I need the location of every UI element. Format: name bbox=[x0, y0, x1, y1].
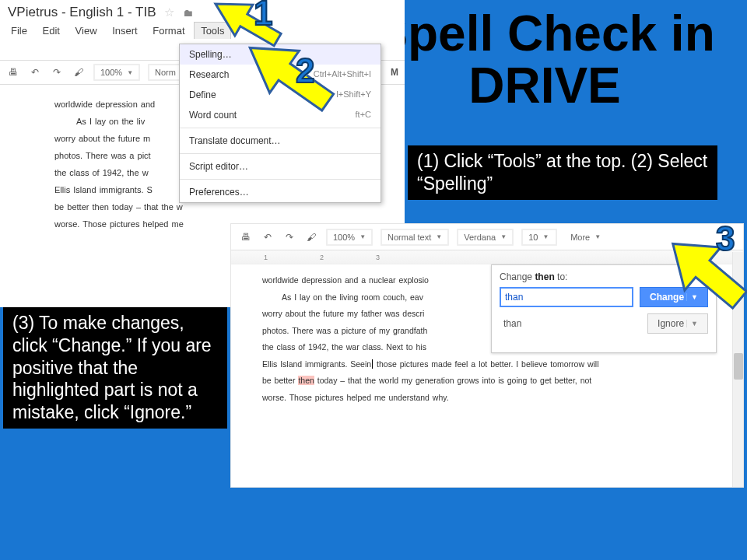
toolbar: 🖶 ↶ ↷ 🖌 100%▼ Normal text▼ Verdana▼ 10▼ … bbox=[231, 224, 743, 250]
paint-format-icon[interactable]: 🖌 bbox=[304, 230, 318, 244]
more-button[interactable]: M bbox=[391, 67, 398, 78]
style-select[interactable]: Norm bbox=[148, 64, 183, 81]
spellcheck-input[interactable] bbox=[500, 287, 633, 307]
ruler-tick: 1 bbox=[264, 254, 268, 261]
style-select[interactable]: Normal text▼ bbox=[381, 229, 449, 246]
menu-format[interactable]: Format bbox=[146, 23, 191, 39]
print-icon[interactable]: 🖶 bbox=[6, 65, 20, 79]
callout-arrow-3 bbox=[668, 221, 747, 333]
zoom-select[interactable]: 100%▼ bbox=[326, 229, 373, 246]
star-icon[interactable]: ☆ bbox=[164, 5, 174, 19]
slide-title: Spell Check in DRIVE bbox=[374, 8, 716, 112]
instruction-step-3: (3) To make changes, click “Change.” If … bbox=[3, 307, 227, 429]
callout-label-3: 3 bbox=[716, 219, 735, 258]
zoom-select[interactable]: 100%▼ bbox=[93, 64, 140, 81]
svg-marker-1 bbox=[235, 26, 342, 123]
menu-edit[interactable]: Edit bbox=[37, 23, 66, 39]
undo-icon[interactable]: ↶ bbox=[28, 65, 42, 79]
callout-label-2: 2 bbox=[296, 51, 314, 90]
menu-view[interactable]: View bbox=[69, 23, 103, 39]
print-icon[interactable]: 🖶 bbox=[239, 230, 253, 244]
callout-arrow-2 bbox=[235, 33, 344, 121]
text-cursor bbox=[372, 359, 373, 369]
callout-label-1: 1 bbox=[254, 0, 272, 33]
menu-item-translate[interactable]: Translate document… bbox=[180, 131, 381, 151]
doc-title-bar: VPietrus - English 1 - TIB ☆ 🖿 bbox=[0, 0, 405, 22]
spellcheck-suggestion[interactable]: than bbox=[500, 315, 641, 332]
more-button[interactable]: More▼ bbox=[565, 229, 606, 246]
ruler-tick: 3 bbox=[376, 254, 380, 261]
redo-icon[interactable]: ↷ bbox=[50, 65, 64, 79]
ruler-tick: 2 bbox=[320, 254, 324, 261]
docs-screenshot-spellcheck: 🖶 ↶ ↷ 🖌 100%▼ Normal text▼ Verdana▼ 10▼ … bbox=[230, 223, 744, 488]
redo-icon[interactable]: ↷ bbox=[282, 230, 296, 244]
instruction-step-1-2: (1) Click “Tools” at the top. (2) Select… bbox=[408, 145, 717, 200]
spellcheck-highlight: then bbox=[298, 376, 314, 385]
undo-icon[interactable]: ↶ bbox=[261, 230, 275, 244]
font-select[interactable]: Verdana▼ bbox=[457, 229, 514, 246]
menu-item-preferences[interactable]: Preferences… bbox=[180, 182, 381, 202]
scrollbar-thumb[interactable] bbox=[734, 353, 743, 380]
menu-separator bbox=[180, 153, 381, 154]
fontsize-select[interactable]: 10▼ bbox=[521, 229, 557, 246]
folder-icon[interactable]: 🖿 bbox=[183, 7, 193, 19]
menu-insert[interactable]: Insert bbox=[106, 23, 144, 39]
menu-separator bbox=[180, 128, 381, 128]
doc-title[interactable]: VPietrus - English 1 - TIB bbox=[8, 5, 156, 19]
menu-file[interactable]: File bbox=[5, 23, 33, 39]
menu-separator bbox=[180, 179, 381, 180]
menu-item-script-editor[interactable]: Script editor… bbox=[180, 156, 381, 177]
paint-format-icon[interactable]: 🖌 bbox=[72, 65, 86, 79]
ruler: 1 2 3 bbox=[231, 250, 743, 264]
